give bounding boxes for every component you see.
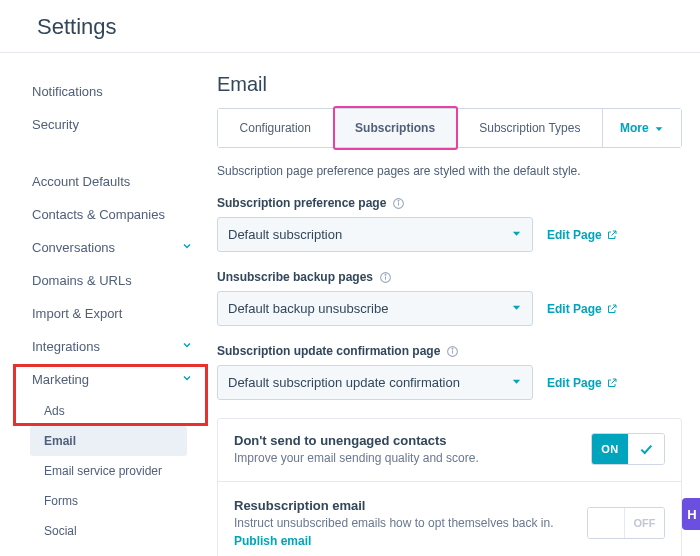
field-label-confirm: Subscription update confirmation page [217, 344, 440, 358]
caret-down-icon [511, 227, 522, 242]
tab-subscriptions[interactable]: Subscriptions [334, 109, 458, 147]
chevron-down-icon [181, 339, 195, 354]
caret-down-icon [511, 375, 522, 390]
select-confirm-page[interactable]: Default subscription update confirmation [217, 365, 533, 400]
help-chip[interactable]: H [682, 498, 700, 530]
tab-more[interactable]: More [603, 109, 681, 147]
subscription-description: Subscription page preference pages are s… [217, 164, 682, 178]
field-label-pref: Subscription preference page [217, 196, 386, 210]
caret-down-icon [511, 301, 522, 316]
field-label-backup: Unsubscribe backup pages [217, 270, 373, 284]
edit-page-link-backup[interactable]: Edit Page [547, 302, 618, 316]
card-title-unengaged: Don't send to unengaged contacts [234, 433, 479, 448]
svg-marker-0 [656, 127, 663, 131]
sidebar-subitem-ads[interactable]: Ads [0, 396, 205, 426]
divider [218, 481, 681, 482]
select-backup-page[interactable]: Default backup unsubscribe [217, 291, 533, 326]
svg-marker-4 [513, 232, 520, 236]
sidebar-item-marketing[interactable]: Marketing [0, 363, 205, 396]
sidebar-item-security[interactable]: Security [0, 108, 205, 141]
select-pref-page[interactable]: Default subscription [217, 217, 533, 252]
toggle-empty [588, 508, 624, 538]
external-link-icon [606, 377, 618, 389]
svg-marker-8 [513, 306, 520, 310]
info-icon[interactable] [446, 345, 459, 358]
sidebar-item-domains-urls[interactable]: Domains & URLs [0, 264, 205, 297]
chevron-down-icon [181, 240, 195, 255]
caret-down-icon [654, 124, 664, 134]
sidebar-subitem-email-service-provider[interactable]: Email service provider [0, 456, 205, 486]
sidebar-item-conversations[interactable]: Conversations [0, 231, 205, 264]
edit-page-link-confirm[interactable]: Edit Page [547, 376, 618, 390]
toggle-on-label: ON [592, 434, 628, 464]
sidebar-item-integrations[interactable]: Integrations [0, 330, 205, 363]
toggle-unengaged[interactable]: ON [591, 433, 665, 465]
sidebar-subitem-forms[interactable]: Forms [0, 486, 205, 516]
info-icon[interactable] [392, 197, 405, 210]
external-link-icon [606, 303, 618, 315]
toggle-off-label: OFF [624, 508, 664, 538]
card-title-resub: Resubscription email [234, 498, 554, 513]
info-icon[interactable] [379, 271, 392, 284]
toggle-resub[interactable]: OFF [587, 507, 665, 539]
sidebar-item-contacts-companies[interactable]: Contacts & Companies [0, 198, 205, 231]
card-sub-resub: Instruct unsubscribed emails how to opt … [234, 516, 554, 530]
sidebar-item-account-defaults[interactable]: Account Defaults [0, 165, 205, 198]
svg-point-11 [452, 348, 453, 349]
svg-point-7 [385, 274, 386, 275]
sidebar-subitem-email[interactable]: Email [30, 426, 187, 456]
sidebar: Notifications Security Account Defaults … [0, 53, 205, 556]
sidebar-item-import-export[interactable]: Import & Export [0, 297, 205, 330]
external-link-icon [606, 229, 618, 241]
chevron-down-icon [181, 372, 195, 387]
svg-marker-12 [513, 380, 520, 384]
main-panel: Email Configuration Subscriptions Subscr… [205, 53, 700, 556]
tab-configuration[interactable]: Configuration [218, 109, 334, 147]
tabs: Configuration Subscriptions Subscription… [217, 108, 682, 148]
tab-subscription-types[interactable]: Subscription Types [458, 109, 603, 147]
svg-point-3 [398, 200, 399, 201]
page-title: Settings [0, 0, 700, 52]
sidebar-subitem-social[interactable]: Social [0, 516, 205, 546]
main-title: Email [217, 73, 682, 96]
edit-page-link-pref[interactable]: Edit Page [547, 228, 618, 242]
settings-card: Don't send to unengaged contacts Improve… [217, 418, 682, 556]
sidebar-item-notifications[interactable]: Notifications [0, 75, 205, 108]
check-icon [628, 434, 664, 464]
publish-email-link[interactable]: Publish email [234, 534, 554, 548]
card-sub-unengaged: Improve your email sending quality and s… [234, 451, 479, 465]
